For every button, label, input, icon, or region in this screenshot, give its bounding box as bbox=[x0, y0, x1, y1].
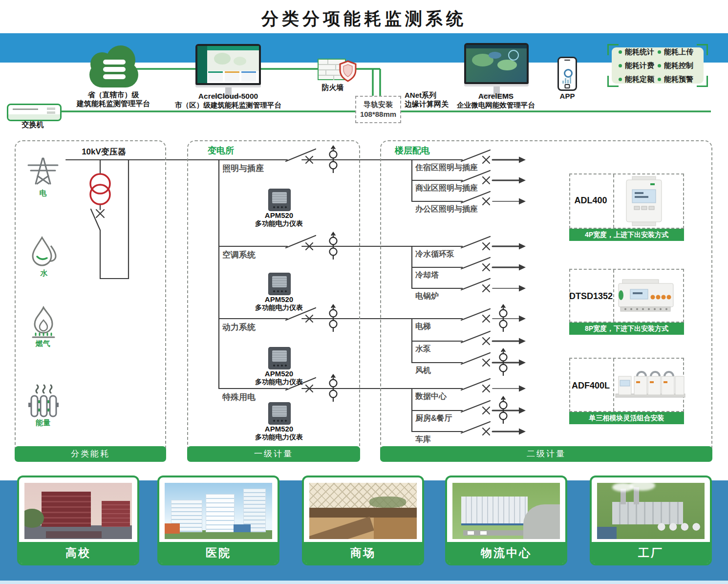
branch-label: 电梯 bbox=[415, 322, 431, 332]
product-note: 8P宽度，下进下出安装方式 bbox=[569, 323, 684, 335]
apm520-meter-icon bbox=[268, 189, 291, 211]
water-drop-icon bbox=[29, 236, 59, 267]
dtsd1352-meter-image bbox=[617, 279, 677, 314]
product-model: ADF400L bbox=[569, 381, 612, 391]
branch-label: 办公区照明与插座 bbox=[415, 204, 478, 215]
application-card-factory: 工厂 bbox=[590, 476, 712, 565]
substation-title: 变电所 bbox=[208, 145, 234, 156]
product-note: 单三相模块灵活组合安装 bbox=[569, 412, 684, 424]
application-label: 高校 bbox=[19, 542, 137, 563]
footer-bar-primary-metering: 一级计量 bbox=[187, 446, 360, 462]
feature-legend: 能耗统计 能耗上传 能耗计费 能耗控制 能耗定额 能耗预警 bbox=[607, 44, 708, 87]
switch-label: 交换机 bbox=[7, 120, 59, 129]
acrelems-monitor bbox=[464, 43, 529, 97]
monitor1-label: AcrelCloud-5000 市（区）级建筑能耗监测管理平台 bbox=[165, 92, 292, 109]
cloud-platform-label: 省（直辖市）级建筑能耗监测管理平台 bbox=[64, 90, 162, 108]
application-card-hospital: 医院 bbox=[157, 476, 279, 565]
dashboard-screenshot bbox=[197, 46, 259, 83]
application-card-mall: 商场 bbox=[302, 476, 424, 565]
acrelcloud-monitor bbox=[195, 44, 261, 98]
branch-label: 数据中心 bbox=[415, 391, 447, 402]
feeder-label: 照明与插座 bbox=[222, 163, 264, 174]
page-title: 分类分项能耗监测系统 bbox=[0, 0, 728, 33]
bullet-icon bbox=[658, 50, 661, 54]
application-label: 医院 bbox=[159, 542, 278, 563]
apm520-meter-icon bbox=[268, 402, 291, 425]
application-label: 商场 bbox=[304, 542, 422, 563]
university-photo bbox=[24, 483, 132, 539]
monitor2-label: AcrelEMS 企业微电网能效管理平台 bbox=[442, 92, 550, 109]
adl400-meter-image bbox=[620, 176, 668, 227]
apm520-meter-icon bbox=[268, 273, 291, 295]
feature-item: 能耗控制 bbox=[658, 61, 697, 70]
meter-desc: 多功能电力仪表 bbox=[240, 303, 318, 312]
feeder-label: 空调系统 bbox=[222, 249, 256, 260]
page: 分类分项能耗监测系统 bbox=[0, 0, 728, 584]
bullet-icon bbox=[658, 64, 661, 67]
branch-label: 冷水循环泵 bbox=[415, 249, 454, 260]
application-label: 工厂 bbox=[592, 542, 710, 563]
product-model: ADL400 bbox=[569, 195, 612, 206]
bottom-light-strip bbox=[0, 581, 728, 584]
feeder-label: 动力系统 bbox=[222, 322, 256, 333]
feeder-label: 特殊用电 bbox=[222, 391, 256, 403]
logistics-photo bbox=[452, 483, 560, 539]
rail-mount-callout: 导轨安装108*88mm bbox=[355, 96, 401, 123]
bullet-icon bbox=[658, 78, 661, 81]
radiator-icon bbox=[28, 384, 59, 418]
footer-bar-secondary-metering: 二级计量 bbox=[380, 446, 712, 462]
bullet-icon bbox=[619, 64, 622, 67]
meter-desc: 多功能电力仪表 bbox=[240, 219, 318, 228]
campus-3d-screenshot bbox=[466, 45, 527, 82]
mobile-app-icon bbox=[557, 57, 577, 91]
meter-name: APM520 bbox=[240, 425, 318, 433]
feature-item: 能耗上传 bbox=[658, 47, 697, 57]
adf400l-meter-image bbox=[615, 367, 686, 401]
product-note: 4P宽度，上进下出安装方式 bbox=[569, 229, 684, 241]
application-card-university: 高校 bbox=[17, 476, 139, 565]
bullet-icon bbox=[619, 50, 622, 54]
application-label: 物流中心 bbox=[447, 542, 565, 563]
firewall-label: 防火墙 bbox=[312, 83, 354, 92]
network-switch-icon bbox=[7, 104, 62, 121]
meter-desc: 多功能电力仪表 bbox=[240, 378, 318, 387]
shield-icon bbox=[338, 60, 358, 82]
footer-bar-categories: 分类能耗 bbox=[15, 446, 166, 462]
branch-label: 电锅炉 bbox=[415, 291, 439, 302]
app-label: APP bbox=[555, 92, 579, 101]
power-tower-icon bbox=[27, 156, 59, 185]
gas-flame-icon bbox=[30, 306, 57, 339]
apm520-meter-icon bbox=[268, 347, 291, 369]
meter-name: APM520 bbox=[240, 211, 318, 219]
cloud-icon bbox=[89, 45, 138, 88]
feature-item: 能耗定额 bbox=[619, 75, 658, 84]
energy-label: 能量 bbox=[28, 418, 58, 428]
product-model: DTSD1352 bbox=[569, 291, 612, 302]
feature-item: 能耗计费 bbox=[619, 61, 658, 70]
mall-photo bbox=[309, 483, 417, 539]
branch-label: 住宿区照明与插座 bbox=[415, 163, 478, 173]
meter-name: APM520 bbox=[240, 369, 318, 378]
bullet-icon bbox=[619, 78, 622, 81]
water-label: 水 bbox=[29, 269, 59, 278]
hospital-photo bbox=[165, 483, 272, 539]
meter-name: APM520 bbox=[240, 295, 318, 303]
floor-distribution-title: 楼层配电 bbox=[395, 145, 430, 156]
feature-item: 能耗预警 bbox=[658, 75, 697, 84]
branch-label: 商业区照明与插座 bbox=[415, 183, 478, 194]
meter-desc: 多功能电力仪表 bbox=[240, 433, 318, 442]
branch-label: 冷却塔 bbox=[415, 270, 439, 281]
feature-item: 能耗统计 bbox=[619, 47, 658, 57]
gas-label: 燃气 bbox=[28, 339, 58, 348]
branch-label: 风机 bbox=[415, 366, 431, 376]
electricity-label: 电 bbox=[28, 189, 58, 198]
application-card-logistics: 物流中心 bbox=[445, 476, 567, 565]
branch-label: 车库 bbox=[415, 434, 431, 445]
transformer-label: 10kV变压器 bbox=[59, 146, 149, 157]
branch-label: 厨房&餐厅 bbox=[415, 413, 452, 424]
factory-photo bbox=[597, 483, 705, 539]
branch-label: 水泵 bbox=[415, 344, 431, 354]
